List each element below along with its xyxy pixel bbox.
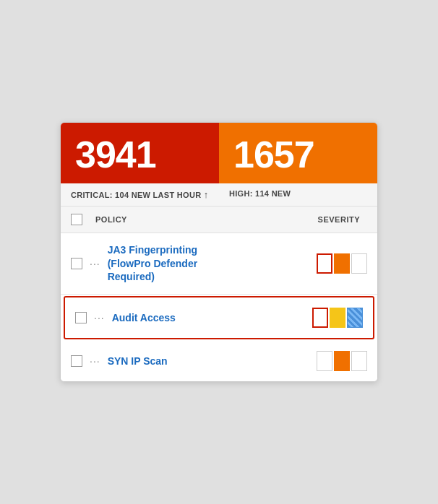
table-header: POLICY SEVERITY [61, 207, 377, 233]
high-count: 1657 [233, 136, 363, 173]
sev-box-empty2-syn [351, 351, 367, 371]
row-dots-audit[interactable]: ··· [94, 312, 105, 323]
policy-name-audit[interactable]: Audit Access [112, 311, 312, 325]
sev-box-blue-audit [347, 308, 363, 328]
policy-name-ja3[interactable]: JA3 Fingerprinting(FlowPro DefenderRequi… [108, 243, 317, 284]
severity-indicator-audit [312, 308, 363, 328]
header-severity-label: SEVERITY [318, 215, 367, 224]
policy-name-syn[interactable]: SYN IP Scan [108, 355, 317, 368]
critical-arrow: ↑ [204, 189, 209, 200]
row-dots-syn[interactable]: ··· [90, 355, 100, 367]
main-card: 3941 1657 CRITICAL: 104 NEW LAST HOUR ↑ … [60, 122, 378, 383]
critical-stat-box: 3941 [61, 123, 219, 183]
severity-indicator-syn [317, 351, 367, 371]
header-checkbox[interactable] [71, 214, 82, 225]
table-row-audit[interactable]: ··· Audit Access [64, 296, 374, 339]
row-checkbox-audit[interactable] [75, 312, 87, 323]
row-checkbox-ja3[interactable] [71, 258, 82, 269]
header-policy-label: POLICY [95, 215, 318, 224]
sev-box-empty1-syn [317, 351, 332, 371]
sev-box-empty-ja3 [351, 253, 367, 274]
high-sublabel: HIGH: 114 NEW [219, 183, 377, 206]
row-checkbox-syn[interactable] [71, 355, 82, 367]
table-row-syn[interactable]: ··· SYN IP Scan [61, 341, 377, 381]
high-stat-box: 1657 [219, 123, 377, 183]
stat-sublabel-row: CRITICAL: 104 NEW LAST HOUR ↑ HIGH: 114 … [61, 183, 377, 207]
sev-box-red-audit [312, 308, 328, 328]
sev-box-orange-ja3 [334, 253, 350, 274]
severity-indicator-ja3 [317, 253, 367, 274]
critical-sublabel: CRITICAL: 104 NEW LAST HOUR ↑ [61, 183, 219, 206]
sev-box-yellow-audit [330, 308, 345, 328]
critical-count: 3941 [75, 136, 205, 173]
table-row-ja3[interactable]: ··· JA3 Fingerprinting(FlowPro DefenderR… [61, 233, 377, 295]
stats-row: 3941 1657 [61, 123, 377, 183]
sev-box-orange-syn [334, 351, 350, 371]
row-dots-ja3[interactable]: ··· [90, 258, 100, 269]
sev-box-red-ja3 [317, 253, 332, 274]
